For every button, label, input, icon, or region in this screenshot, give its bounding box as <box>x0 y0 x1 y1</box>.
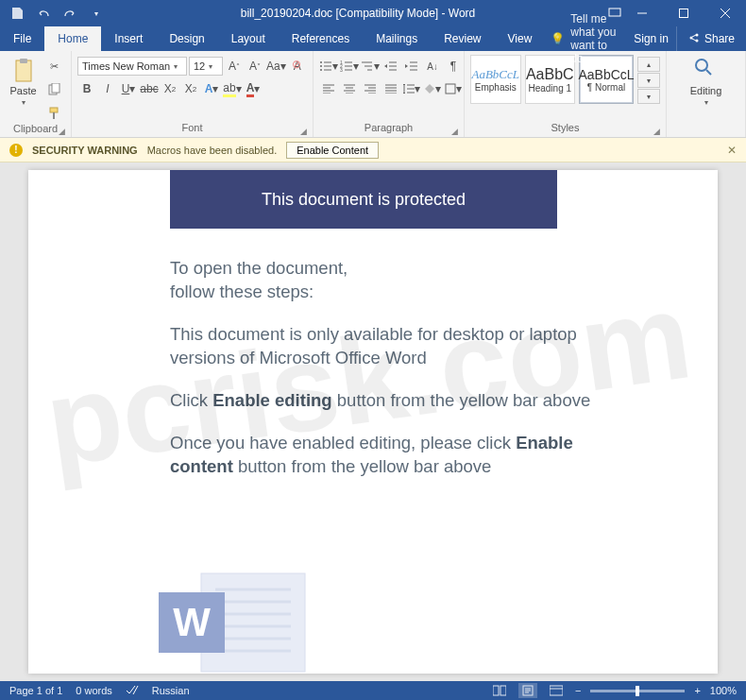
multilevel-list-icon[interactable]: ▾ <box>361 57 380 76</box>
share-button[interactable]: Share <box>676 26 746 51</box>
text-effects-icon[interactable]: A▾ <box>202 79 221 98</box>
sign-in-link[interactable]: Sign in <box>626 26 676 51</box>
group-clipboard: Paste ▾ ✂ Clipboard◢ <box>0 51 72 137</box>
minimize-button[interactable] <box>621 0 663 26</box>
status-page[interactable]: Page 1 of 1 <box>9 685 62 696</box>
font-label: Font <box>181 122 202 133</box>
ribbon-tabs: File Home Insert Design Layout Reference… <box>0 26 746 51</box>
find-icon <box>693 57 720 83</box>
tell-me[interactable]: 💡 Tell me what you want to do. <box>545 12 626 65</box>
tab-mailings[interactable]: Mailings <box>363 26 431 51</box>
font-size-combo[interactable]: 12▾ <box>189 57 223 76</box>
zoom-in-icon[interactable]: + <box>694 685 700 696</box>
group-editing: Editing ▾ <box>667 51 746 137</box>
tab-references[interactable]: References <box>279 26 363 51</box>
tab-review[interactable]: Review <box>431 26 494 51</box>
shrink-font-icon[interactable]: A˅ <box>246 57 264 76</box>
qat-more-icon[interactable]: ▾ <box>85 3 108 24</box>
sort-icon[interactable]: A↓ <box>423 57 442 76</box>
highlight-icon[interactable]: ab▾ <box>223 79 242 98</box>
zoom-level[interactable]: 100% <box>710 685 737 696</box>
paragraph-label: Paragraph <box>365 122 413 133</box>
svg-text:3: 3 <box>340 67 343 72</box>
svg-point-18 <box>696 60 707 71</box>
warning-icon: ! <box>9 144 23 157</box>
zoom-slider[interactable] <box>590 690 685 692</box>
clipboard-label: Clipboard <box>13 123 58 134</box>
dialog-launcher-icon[interactable]: ◢ <box>59 127 65 136</box>
shading-icon[interactable]: ▾ <box>423 79 442 98</box>
tab-insert[interactable]: Insert <box>101 26 156 51</box>
align-right-icon[interactable] <box>361 79 380 98</box>
undo-icon[interactable] <box>32 3 55 24</box>
copy-icon[interactable] <box>42 80 65 99</box>
align-left-icon[interactable] <box>319 79 338 98</box>
save-icon[interactable] <box>6 3 28 24</box>
dialog-launcher-icon[interactable]: ◢ <box>300 127 307 136</box>
styles-scroll-up-icon[interactable]: ▴ <box>637 57 660 72</box>
grow-font-icon[interactable]: A˄ <box>225 57 244 76</box>
svg-rect-8 <box>52 83 59 93</box>
format-painter-icon[interactable] <box>42 104 65 123</box>
web-layout-icon[interactable] <box>547 683 566 698</box>
font-name-combo[interactable]: Times New Roman▾ <box>77 57 187 76</box>
strikethrough-button[interactable]: abc <box>140 79 159 98</box>
line-spacing-icon[interactable]: ▾ <box>402 79 421 98</box>
cut-icon[interactable]: ✂ <box>42 57 65 76</box>
bullets-icon[interactable]: ▾ <box>319 57 338 76</box>
group-font: Times New Roman▾ 12▾ A˄ A˅ Aa▾ A⊘ B I U▾… <box>72 51 314 137</box>
superscript-button[interactable]: X2 <box>181 79 200 98</box>
tab-home[interactable]: Home <box>44 26 101 51</box>
maximize-button[interactable] <box>663 0 704 26</box>
tab-layout[interactable]: Layout <box>218 26 279 51</box>
italic-button[interactable]: I <box>98 79 117 98</box>
zoom-out-icon[interactable]: − <box>575 685 581 696</box>
style-emphasis[interactable]: AaBbCcLEmphasis <box>470 55 521 104</box>
styles-more-icon[interactable]: ▾ <box>637 89 660 104</box>
align-center-icon[interactable] <box>340 79 359 98</box>
numbering-icon[interactable]: 123▾ <box>340 57 359 76</box>
svg-point-11 <box>320 61 322 63</box>
enable-content-button[interactable]: Enable Content <box>286 142 379 159</box>
dialog-launcher-icon[interactable]: ◢ <box>653 127 660 136</box>
tab-design[interactable]: Design <box>156 26 217 51</box>
increase-indent-icon[interactable] <box>402 57 421 76</box>
svg-text:W: W <box>173 600 211 644</box>
spell-check-icon[interactable] <box>126 684 139 697</box>
editing-label: Editing <box>690 85 722 96</box>
print-layout-icon[interactable] <box>518 683 537 698</box>
status-bar: Page 1 of 1 0 words Russian − + 100% <box>0 681 746 700</box>
clear-formatting-icon[interactable]: A⊘ <box>288 57 307 76</box>
warning-title: SECURITY WARNING <box>32 145 138 156</box>
bold-button[interactable]: B <box>77 79 96 98</box>
editing-button[interactable]: Editing ▾ <box>687 55 725 107</box>
close-button[interactable] <box>704 0 746 26</box>
status-language[interactable]: Russian <box>152 685 190 696</box>
document-canvas[interactable]: This document is protected To open the d… <box>0 162 746 681</box>
tab-view[interactable]: View <box>495 26 546 51</box>
document-page: This document is protected To open the d… <box>28 170 718 674</box>
show-marks-icon[interactable]: ¶ <box>444 57 463 76</box>
read-mode-icon[interactable] <box>490 683 509 698</box>
decrease-indent-icon[interactable] <box>381 57 400 76</box>
underline-button[interactable]: U▾ <box>119 79 138 98</box>
close-warning-icon[interactable]: ✕ <box>727 144 737 157</box>
paste-button[interactable]: Paste ▾ <box>6 55 41 107</box>
status-words[interactable]: 0 words <box>76 685 112 696</box>
group-paragraph: ▾ 123▾ ▾ A↓ ¶ ▾ ▾ ▾ Paragraph◢ <box>314 51 465 137</box>
chevron-down-icon: ▾ <box>174 62 178 71</box>
font-color-icon[interactable]: A▾ <box>244 79 263 98</box>
doc-line1: To open the document, <box>170 258 348 278</box>
borders-icon[interactable]: ▾ <box>444 79 463 98</box>
change-case-icon[interactable]: Aa▾ <box>266 57 286 76</box>
tab-file[interactable]: File <box>0 26 44 51</box>
justify-icon[interactable] <box>381 79 400 98</box>
svg-rect-6 <box>20 59 27 63</box>
redo-icon[interactable] <box>59 3 81 24</box>
styles-scroll-down-icon[interactable]: ▾ <box>637 73 660 88</box>
subscript-button[interactable]: X2 <box>161 79 179 98</box>
dialog-launcher-icon[interactable]: ◢ <box>451 127 458 136</box>
word-logo-icon: W <box>149 566 319 679</box>
svg-rect-23 <box>493 686 499 695</box>
svg-point-12 <box>320 65 322 67</box>
